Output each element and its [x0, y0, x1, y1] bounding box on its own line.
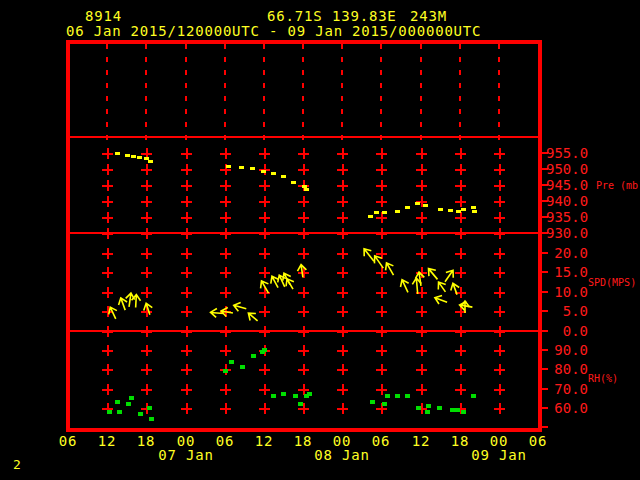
grid-cross: [494, 164, 505, 175]
humidity-point: [382, 402, 387, 406]
pressure-point: [382, 211, 387, 214]
grid-cross: [141, 212, 152, 223]
grid-cross: [337, 287, 348, 298]
humidity-point: [370, 400, 375, 404]
grid-cross: [494, 364, 505, 375]
grid-cross: [220, 180, 231, 191]
gridline-dashed: [145, 44, 147, 140]
grid-cross: [337, 267, 348, 278]
grid-cross: [259, 228, 270, 239]
humidity-point: [471, 394, 476, 398]
pressure-point: [131, 155, 136, 158]
grid-cross: [181, 180, 192, 191]
grid-cross: [181, 228, 192, 239]
grid-cross: [455, 196, 466, 207]
pressure-point: [148, 160, 153, 163]
pressure-point: [271, 172, 276, 175]
grid-cross: [416, 345, 427, 356]
grid-cross: [220, 212, 231, 223]
grid-cross: [259, 248, 270, 259]
grid-cross: [181, 384, 192, 395]
grid-cross: [337, 345, 348, 356]
grid-cross: [102, 148, 113, 159]
grid-cross: [376, 364, 387, 375]
grid-cross: [494, 403, 505, 414]
grid-cross: [181, 287, 192, 298]
grid-cross: [141, 196, 152, 207]
grid-cross: [181, 148, 192, 159]
x-axis-hour-label: 06: [372, 433, 390, 449]
grid-cross: [494, 306, 505, 317]
pressure-point: [239, 166, 244, 169]
gridline-dashed: [106, 44, 108, 140]
y-axis-label: 15.0: [546, 264, 588, 280]
grid-cross: [337, 212, 348, 223]
humidity-point: [229, 360, 234, 364]
grid-cross: [494, 248, 505, 259]
humidity-point: [147, 406, 152, 410]
grid-cross: [376, 326, 387, 337]
grid-cross: [298, 364, 309, 375]
grid-cross: [494, 212, 505, 223]
grid-cross: [455, 212, 466, 223]
grid-cross: [141, 345, 152, 356]
grid-cross: [376, 306, 387, 317]
grid-cross: [494, 287, 505, 298]
grid-cross: [416, 384, 427, 395]
grid-cross: [220, 403, 231, 414]
grid-cross: [337, 306, 348, 317]
grid-cross: [416, 212, 427, 223]
grid-cross: [220, 196, 231, 207]
x-axis-hour-label: 18: [451, 433, 469, 449]
grid-cross: [416, 326, 427, 337]
pressure-point: [423, 204, 428, 207]
grid-cross: [455, 180, 466, 191]
grid-cross: [337, 248, 348, 259]
grid-cross: [416, 228, 427, 239]
humidity-point: [425, 410, 430, 414]
pressure-point: [471, 206, 476, 209]
grid-cross: [141, 228, 152, 239]
grid-cross: [337, 384, 348, 395]
wind-arrow: [238, 302, 268, 332]
humidity-point: [129, 396, 134, 400]
grid-cross: [416, 148, 427, 159]
grid-cross: [455, 326, 466, 337]
grid-cross: [455, 248, 466, 259]
gridline-dashed: [380, 44, 382, 140]
grid-cross: [102, 228, 113, 239]
y-axis-label: 930.0: [546, 225, 588, 241]
x-axis-hour-label: 12: [412, 433, 430, 449]
grid-cross: [337, 148, 348, 159]
humidity-point: [149, 417, 154, 421]
grid-cross: [337, 180, 348, 191]
grid-cross: [141, 267, 152, 278]
grid-cross: [141, 164, 152, 175]
y-axis-label: 935.0: [546, 209, 588, 225]
x-axis-date-label: 07 Jan: [158, 447, 213, 463]
pressure-point: [415, 202, 420, 205]
grid-cross: [298, 345, 309, 356]
x-axis-date-label: 08 Jan: [314, 447, 369, 463]
grid-cross: [102, 364, 113, 375]
x-axis-hour-label: 18: [294, 433, 312, 449]
humidity-point: [117, 410, 122, 414]
pressure-point: [374, 211, 379, 214]
grid-cross: [376, 287, 387, 298]
grid-cross: [259, 196, 270, 207]
grid-cross: [376, 345, 387, 356]
wind-arrow: [450, 292, 480, 322]
grid-cross: [102, 384, 113, 395]
x-axis-hour-label: 06: [529, 433, 547, 449]
grid-cross: [455, 164, 466, 175]
gridline-dashed: [459, 44, 461, 140]
grid-cross: [259, 403, 270, 414]
y-axis-unit-label: RH(%): [588, 373, 618, 384]
grid-cross: [220, 248, 231, 259]
pressure-point: [115, 152, 120, 155]
y-axis-label: 955.0: [546, 145, 588, 161]
y-axis-label: 20.0: [546, 245, 588, 261]
grid-cross: [181, 248, 192, 259]
pressure-point: [226, 165, 231, 168]
y-axis-unit-label: Pre (mb): [596, 180, 640, 191]
